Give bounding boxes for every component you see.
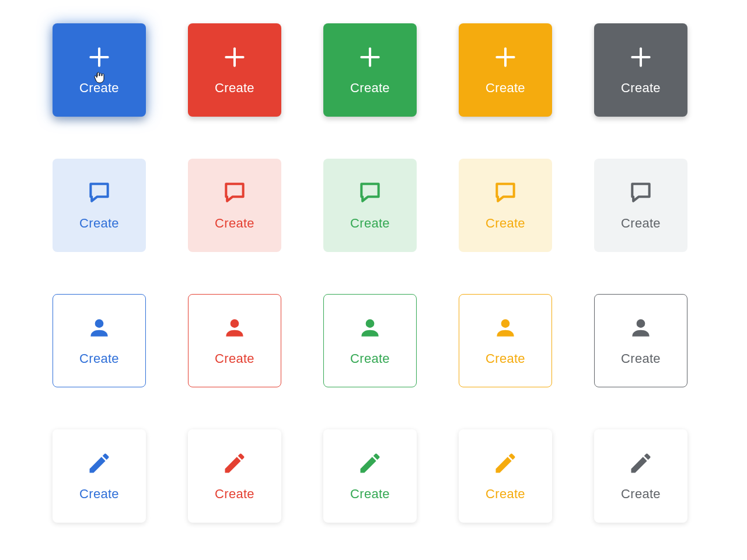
- create-tile-elevated-gray[interactable]: Create: [594, 429, 687, 523]
- tile-label: Create: [79, 216, 119, 231]
- tile-label: Create: [486, 80, 525, 96]
- svg-point-11: [231, 319, 239, 328]
- pencil-icon: [222, 450, 247, 476]
- svg-point-14: [637, 319, 645, 328]
- tile-label: Create: [215, 80, 254, 96]
- person-icon: [86, 315, 112, 341]
- plus-icon: [222, 44, 247, 70]
- pencil-icon: [628, 450, 654, 476]
- create-tile-filled-gray[interactable]: Create: [594, 23, 687, 117]
- create-tile-tonal-gray[interactable]: Create: [594, 159, 687, 252]
- create-tile-outlined-green[interactable]: Create: [323, 294, 417, 387]
- create-tile-tonal-red[interactable]: Create: [188, 159, 281, 252]
- create-tile-outlined-red[interactable]: Create: [188, 294, 281, 387]
- plus-icon: [86, 44, 112, 70]
- tile-label: Create: [350, 216, 390, 231]
- tile-label: Create: [621, 216, 661, 231]
- tile-label: Create: [621, 80, 661, 96]
- person-icon: [628, 315, 654, 341]
- pencil-icon: [86, 450, 112, 476]
- tile-label: Create: [215, 487, 254, 502]
- person-icon: [222, 315, 247, 341]
- plus-icon: [357, 44, 383, 70]
- svg-point-12: [366, 319, 375, 328]
- create-tile-filled-blue[interactable]: Create: [53, 23, 146, 117]
- create-tile-tonal-green[interactable]: Create: [323, 159, 417, 252]
- create-tile-elevated-red[interactable]: Create: [188, 429, 281, 523]
- plus-icon: [493, 44, 518, 70]
- tile-label: Create: [486, 216, 525, 231]
- tile-label: Create: [79, 487, 119, 502]
- create-tile-filled-red[interactable]: Create: [188, 23, 281, 117]
- tile-label: Create: [215, 351, 254, 366]
- svg-point-13: [501, 319, 510, 328]
- tile-label: Create: [486, 351, 525, 366]
- person-icon: [493, 315, 518, 341]
- chat-icon: [86, 180, 112, 205]
- create-tile-filled-green[interactable]: Create: [323, 23, 417, 117]
- chat-icon: [493, 180, 518, 205]
- tile-label: Create: [79, 80, 119, 96]
- create-tile-tonal-blue[interactable]: Create: [53, 159, 146, 252]
- create-tile-outlined-gray[interactable]: Create: [594, 294, 687, 387]
- create-tile-outlined-blue[interactable]: Create: [53, 294, 146, 387]
- create-tile-filled-yellow[interactable]: Create: [459, 23, 552, 117]
- tile-label: Create: [621, 487, 661, 502]
- pencil-icon: [493, 450, 518, 476]
- plus-icon: [628, 44, 654, 70]
- chat-icon: [222, 180, 247, 205]
- create-tile-tonal-yellow[interactable]: Create: [459, 159, 552, 252]
- tile-label: Create: [621, 351, 661, 366]
- chat-icon: [357, 180, 383, 205]
- tile-label: Create: [486, 487, 525, 502]
- create-tile-elevated-blue[interactable]: Create: [53, 429, 146, 523]
- create-tile-outlined-yellow[interactable]: Create: [459, 294, 552, 387]
- pencil-icon: [357, 450, 383, 476]
- chat-icon: [628, 180, 654, 205]
- person-icon: [357, 315, 383, 341]
- tile-label: Create: [350, 487, 390, 502]
- svg-point-10: [95, 319, 104, 328]
- tile-label: Create: [350, 80, 390, 96]
- create-tile-elevated-yellow[interactable]: Create: [459, 429, 552, 523]
- tile-label: Create: [350, 351, 390, 366]
- tile-label: Create: [79, 351, 119, 366]
- create-tile-elevated-green[interactable]: Create: [323, 429, 417, 523]
- tile-label: Create: [215, 216, 254, 231]
